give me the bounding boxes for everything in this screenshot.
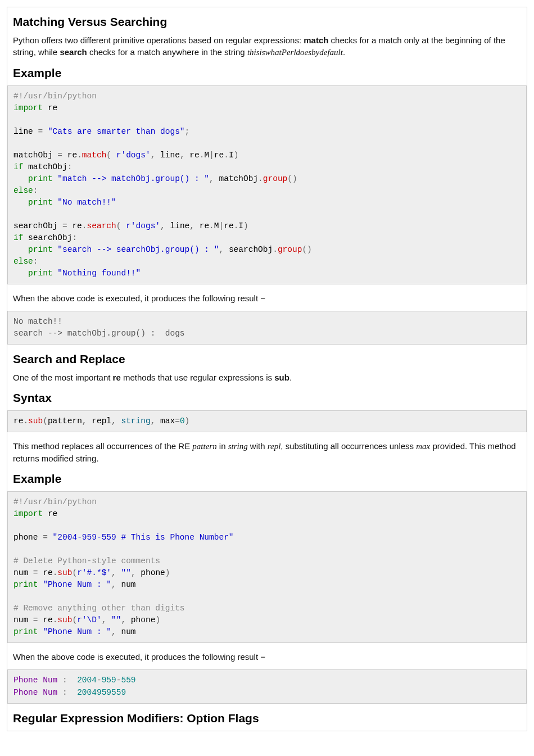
code-var: searchObj	[224, 245, 273, 254]
code-re: re	[13, 417, 23, 425]
code-flag: M	[204, 151, 209, 160]
code-shebang: #!/usr/bin/python	[13, 497, 97, 506]
code-block-2: #!/usr/bin/python import re phone = "200…	[7, 491, 527, 643]
code-dot: .	[209, 221, 214, 230]
code-re: re	[214, 151, 224, 160]
code-arg: num	[116, 580, 136, 589]
code-arg: pattern	[48, 417, 82, 425]
italic-repl: repl	[268, 442, 281, 451]
code-dot: .	[273, 245, 278, 254]
document-page: Matching Versus Searching Python offers …	[7, 7, 527, 731]
bold-re: re	[113, 373, 121, 382]
code-paren: )	[243, 221, 248, 230]
code-flag: M	[214, 221, 219, 230]
output-text: Phone	[13, 676, 38, 685]
code-rawstr: r'\D'	[77, 615, 102, 624]
code-paren: )	[234, 151, 239, 160]
code-sp	[111, 151, 116, 160]
code-var: searchObj	[23, 233, 72, 242]
code-comma: ,	[219, 245, 224, 254]
output-block-2: Phone Num : 2004-959-559 Phone Num : 200…	[7, 669, 527, 703]
code-re: re	[43, 509, 57, 518]
code-group: group	[263, 174, 288, 183]
code-colon: :	[33, 186, 38, 195]
code-colon: :	[72, 233, 77, 242]
code-indent	[13, 174, 28, 183]
code-comma: ,	[82, 417, 87, 425]
output-colon: :	[62, 688, 67, 697]
heading-syntax: Syntax	[13, 391, 521, 405]
text: One of the most important	[13, 373, 113, 382]
code-re: re	[38, 568, 53, 577]
code-indent	[13, 198, 28, 207]
code-parens: ()	[302, 245, 311, 254]
code-var: matchObj	[13, 151, 57, 160]
text: .	[343, 47, 345, 57]
code-else: else	[13, 186, 33, 195]
code-comma: ,	[189, 221, 194, 230]
code-eq: =	[33, 615, 38, 624]
code-arg: phone	[136, 568, 165, 577]
output-dash: -	[97, 676, 102, 685]
text: methods that use regular expressions is	[121, 373, 274, 382]
code-comment: # Delete Python-style comments	[13, 556, 160, 565]
code-arg: phone	[126, 615, 155, 624]
code-if: if	[13, 162, 23, 171]
code-indent	[13, 245, 28, 254]
code-flag: I	[229, 151, 234, 160]
code-num: 0	[180, 417, 185, 425]
code-colon: :	[33, 257, 38, 266]
code-string: ""	[106, 615, 121, 624]
code-comma: ,	[121, 615, 126, 624]
code-flag: I	[238, 221, 243, 230]
code-eq: =	[62, 221, 67, 230]
output-num: 959	[102, 676, 116, 685]
text: , substituting all occurrences unless	[280, 441, 416, 451]
code-dot: .	[258, 174, 263, 183]
code-string: "search --> searchObj.group() : "	[53, 245, 219, 254]
code-eq: =	[38, 127, 43, 136]
code-shebang: #!/usr/bin/python	[13, 92, 97, 101]
code-print: print	[28, 269, 53, 278]
code-paren: (	[72, 568, 77, 577]
code-paren: )	[185, 417, 190, 425]
code-re: re	[38, 615, 53, 624]
code-eq: =	[57, 151, 62, 160]
code-var: num	[13, 615, 33, 624]
text: This method replaces all occurrences of …	[13, 441, 192, 451]
code-colon: :	[67, 162, 73, 171]
code-eq: =	[175, 417, 180, 425]
search-replace-paragraph: One of the most important re methods tha…	[13, 372, 521, 383]
code-var: matchObj	[23, 162, 67, 171]
code-if: if	[13, 233, 23, 242]
code-sub: sub	[57, 568, 72, 577]
intro-paragraph: Python offers two different primitive op…	[13, 34, 521, 58]
code-re: re	[185, 151, 200, 160]
code-var: line	[13, 127, 38, 136]
code-parens: ()	[287, 174, 297, 183]
result-intro-1: When the above code is executed, it prod…	[13, 292, 521, 304]
code-arg: num	[116, 627, 136, 636]
code-dot: .	[77, 151, 82, 160]
result-intro-2: When the above code is executed, it prod…	[13, 651, 521, 663]
italic-pattern: pattern	[192, 442, 216, 451]
code-print: print	[13, 580, 38, 589]
code-comma: ,	[111, 417, 116, 425]
text: in	[217, 441, 228, 451]
code-re: re	[224, 221, 233, 230]
code-match: match	[82, 151, 107, 160]
code-comma: ,	[160, 221, 165, 230]
code-print: print	[28, 174, 53, 183]
code-eq: =	[43, 533, 48, 542]
code-else: else	[13, 257, 33, 266]
code-var: phone	[13, 533, 43, 542]
text: with	[248, 441, 268, 451]
code-indent	[13, 269, 28, 278]
output-num: 2004959559	[67, 688, 126, 697]
code-arg: repl	[87, 417, 112, 425]
italic-perl-default: thisiswhatPerldoesbydefault	[247, 48, 343, 57]
code-comma: ,	[111, 580, 116, 589]
code-paren: )	[165, 568, 170, 577]
code-string: ""	[116, 568, 131, 577]
code-rawstr: r'#.*$'	[77, 568, 111, 577]
